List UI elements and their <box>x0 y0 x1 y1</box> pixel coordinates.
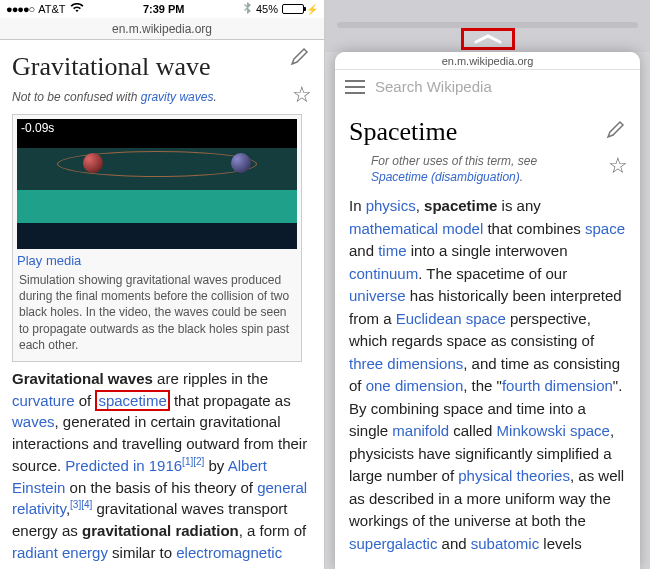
battery-icon <box>282 4 304 14</box>
ref-2[interactable]: [2] <box>193 456 204 467</box>
charging-icon: ⚡ <box>306 4 318 15</box>
status-bar: ●●●●○ AT&T 7:39 PM 45% ⚡ <box>0 0 324 18</box>
hatnote: Not to be confused with gravity waves. <box>12 90 312 104</box>
battery-pct-label: 45% <box>256 3 278 15</box>
edit-icon[interactable] <box>290 46 310 70</box>
edit-icon[interactable] <box>606 119 626 143</box>
star-icon[interactable]: ☆ <box>292 82 312 108</box>
ref-4[interactable]: [4] <box>81 499 92 510</box>
hamburger-icon[interactable] <box>345 80 365 94</box>
article-right: ☆ Spacetime For other uses of this term,… <box>335 103 640 555</box>
link-electromagnetic[interactable]: electromagnetic <box>176 544 282 561</box>
peek-url-text: en.m.wikipedia.org <box>442 55 534 67</box>
body-text: In physics, spacetime is any mathematica… <box>349 195 626 555</box>
link-space[interactable]: space <box>585 220 625 237</box>
link-three-dimensions[interactable]: three dimensions <box>349 355 463 372</box>
play-media-link[interactable]: Play media <box>17 253 297 268</box>
link-euclidean-space[interactable]: Euclidean space <box>396 310 506 327</box>
wifi-icon <box>70 2 84 16</box>
peek-card[interactable]: en.m.wikipedia.org Search Wikipedia ☆ Sp… <box>335 52 640 569</box>
signal-dots-icon: ●●●●○ <box>6 3 34 15</box>
link-time[interactable]: time <box>378 242 406 259</box>
link-waves[interactable]: waves <box>12 413 55 430</box>
link-one-dimension[interactable]: one dimension <box>366 377 464 394</box>
link-manifold[interactable]: manifold <box>392 422 449 439</box>
hatnote: For other uses of this term, see Spaceti… <box>371 153 581 185</box>
url-bar[interactable]: en.m.wikipedia.org <box>0 18 324 40</box>
link-mathematical-model[interactable]: mathematical model <box>349 220 483 237</box>
body-text: Gravitational waves are ripples in the c… <box>12 368 312 564</box>
left-phone: ●●●●○ AT&T 7:39 PM 45% ⚡ en.m.wikipedia.… <box>0 0 325 569</box>
media-thumbnail[interactable]: -0.09s Play media Simulation showing gra… <box>12 114 302 362</box>
link-predicted[interactable]: Predicted in 1916 <box>65 457 182 474</box>
url-text: en.m.wikipedia.org <box>112 22 212 36</box>
peek-swipe-handle[interactable] <box>461 28 515 50</box>
link-spacetime[interactable]: spacetime <box>95 390 169 411</box>
link-minkowski-space[interactable]: Minkowski space <box>497 422 610 439</box>
right-phone: en.m.wikipedia.org Search Wikipedia ☆ Sp… <box>325 0 650 569</box>
link-physical-theories[interactable]: physical theories <box>458 467 570 484</box>
link-curvature[interactable]: curvature <box>12 392 75 409</box>
search-input[interactable]: Search Wikipedia <box>375 78 492 95</box>
media-image: -0.09s <box>17 119 297 249</box>
link-fourth-dimension[interactable]: fourth dimension <box>502 377 613 394</box>
link-subatomic[interactable]: subatomic <box>471 535 539 552</box>
link-universe[interactable]: universe <box>349 287 406 304</box>
page-title: Spacetime <box>349 117 626 147</box>
link-radiant-energy[interactable]: radiant energy <box>12 544 108 561</box>
link-supergalactic[interactable]: supergalactic <box>349 535 437 552</box>
media-timestamp: -0.09s <box>21 121 54 135</box>
link-physics[interactable]: physics <box>366 197 416 214</box>
peek-url-bar: en.m.wikipedia.org <box>335 52 640 70</box>
ref-1[interactable]: [1] <box>182 456 193 467</box>
hatnote-link[interactable]: gravity waves <box>141 90 214 104</box>
page-title: Gravitational wave <box>12 52 312 82</box>
star-icon[interactable]: ☆ <box>608 153 628 179</box>
fade-overlay <box>335 551 640 569</box>
carrier-label: AT&T <box>38 3 65 15</box>
hatnote-link[interactable]: Spacetime (disambiguation) <box>371 170 520 184</box>
ref-3[interactable]: [3] <box>70 499 81 510</box>
article-left: ☆ Gravitational wave Not to be confused … <box>0 40 324 564</box>
bluetooth-icon <box>244 2 252 16</box>
clock-label: 7:39 PM <box>143 3 185 15</box>
link-continuum[interactable]: continuum <box>349 265 418 282</box>
media-caption: Simulation showing gravitational waves p… <box>17 272 297 357</box>
